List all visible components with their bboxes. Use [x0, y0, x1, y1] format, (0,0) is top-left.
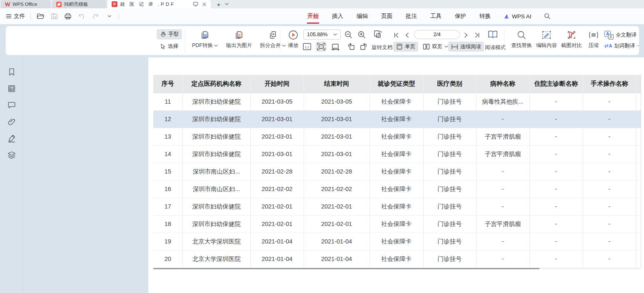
rotate-pages-icon[interactable] [372, 29, 383, 39]
table-cell [636, 233, 641, 250]
table-cell: - [583, 110, 636, 128]
quick-access-chevron-icon[interactable] [105, 12, 113, 20]
screenshot-compare-button[interactable]: 截图对比 [557, 29, 586, 49]
thumbnails-panel-icon[interactable] [7, 84, 16, 93]
single-page-icon [396, 43, 403, 50]
redo-icon[interactable] [91, 12, 100, 20]
select-tool-button[interactable]: 选择 [157, 41, 182, 52]
tab-docer-templates[interactable]: 找稻壳模板 [52, 0, 106, 8]
last-page-button[interactable] [473, 31, 481, 39]
table-cell: 社会保障卡 [369, 163, 423, 180]
table-cell: 2021-03-01 [304, 110, 369, 128]
wps-ai-button[interactable]: WPS AI [504, 13, 532, 20]
pdf-convert-label: PDF转换 [192, 42, 213, 49]
zoom-in-button[interactable] [356, 30, 367, 40]
rotate-document-label[interactable]: 旋转文档 [372, 44, 392, 51]
pdf-page[interactable]: 序号定点医药机构名称开始时间结束时间就诊凭证类型医疗类别病种名称住院主诊断名称手… [148, 57, 644, 293]
table-cell: 社会保障卡 [369, 250, 423, 268]
table-cell: 14 [153, 145, 182, 163]
table-cell: 社会保障卡 [369, 215, 423, 233]
menu-tab-protect[interactable]: 保护 [454, 12, 467, 21]
table-cell: - [476, 163, 529, 180]
page-indicator-input[interactable]: 2/4 [414, 30, 460, 39]
table-cell: - [583, 233, 636, 250]
table-cell: 17 [153, 198, 182, 215]
read-mode-label[interactable]: 阅读模式 [485, 44, 506, 51]
word-translate-button[interactable]: ⇄A 划词翻译 [604, 40, 639, 51]
undo-icon[interactable] [77, 12, 86, 20]
table-cell: - [529, 93, 583, 110]
svg-text:W: W [205, 35, 207, 37]
table-cell: 2021-02-28 [304, 163, 369, 180]
table-cell: 2021-03-01 [250, 145, 304, 163]
new-tab-button[interactable]: + [215, 1, 222, 7]
continuous-read-button[interactable]: 连续阅读 [448, 42, 484, 52]
edit-content-label: 编辑内容 [536, 42, 557, 49]
table-row: 14深圳市妇幼保健院2021-03-012021-03-01社会保障卡门诊挂号子… [153, 145, 641, 163]
file-menu-button[interactable]: 文件 [6, 12, 25, 20]
table-cell: - [476, 180, 529, 198]
comments-panel-icon[interactable] [7, 101, 16, 110]
screen-cast-icon[interactable] [193, 2, 198, 7]
zoom-level-select[interactable]: 105.88% [303, 30, 341, 40]
play-button[interactable]: 播放 [282, 29, 304, 49]
table-cell: - [476, 233, 529, 250]
export-as-image-button[interactable]: 输出为图片 [222, 29, 257, 49]
save-icon[interactable] [50, 12, 58, 20]
menubar-search-icon[interactable] [544, 13, 551, 20]
select-tool-label: 选择 [168, 43, 178, 50]
pdf-file-icon: P [112, 1, 117, 7]
table-cell: - [583, 128, 636, 145]
fit-page-button[interactable] [316, 42, 327, 52]
double-page-mode-button[interactable]: 双页 [420, 42, 451, 52]
compress-button[interactable]: 压缩 [584, 29, 603, 49]
rotate-right-button[interactable] [358, 42, 369, 52]
table-cell: - [583, 163, 636, 180]
table-cell: 2021-03-01 [304, 128, 369, 145]
menu-tab-convert[interactable]: 转换 [479, 12, 491, 21]
table-row-selected: 12深圳市妇幼保健院2021-03-012021-03-01社会保障卡门诊挂号-… [153, 110, 641, 128]
table-cell: 社会保障卡 [369, 110, 423, 128]
actual-size-button[interactable]: 1:1 [302, 42, 312, 52]
menu-tab-edit[interactable]: 编辑 [356, 12, 368, 21]
table-cell [636, 128, 641, 145]
attachments-panel-icon[interactable] [7, 117, 16, 127]
layers-panel-icon[interactable] [7, 151, 16, 160]
signature-panel-icon[interactable] [7, 134, 16, 143]
table-cell: 2021-03-05 [304, 93, 369, 110]
first-page-button[interactable] [392, 31, 400, 39]
table-cell: - [529, 250, 583, 268]
print-icon[interactable] [64, 12, 72, 20]
read-mode-icon[interactable] [486, 29, 500, 40]
previous-page-button[interactable] [403, 31, 411, 39]
table-cell: 社会保障卡 [369, 93, 423, 110]
menu-tab-home[interactable]: 开始 [307, 12, 319, 21]
table-cell: - [476, 110, 529, 128]
full-translate-button[interactable]: A 文 全文翻译 [604, 30, 639, 40]
full-translate-icon: A 文 [604, 31, 614, 40]
single-page-mode-button[interactable]: 单页 [393, 42, 418, 52]
full-translate-label: 全文翻译 [616, 32, 637, 39]
tab-wps-office[interactable]: W WPS Office [1, 0, 51, 8]
single-page-label: 单页 [405, 43, 415, 50]
svg-text:1:1: 1:1 [305, 45, 309, 49]
next-page-button[interactable] [462, 31, 470, 39]
tab-document[interactable]: P 就 医 记 录 .PDF [107, 0, 211, 8]
menu-tab-tools[interactable]: 工具 [430, 12, 442, 21]
zoom-out-button[interactable] [343, 30, 354, 40]
close-tab-icon[interactable] [202, 2, 207, 7]
pdf-convert-button[interactable]: W PDF转换 [188, 29, 222, 49]
table-cell: - [583, 93, 636, 110]
menu-tab-annotate[interactable]: 批注 [405, 12, 417, 21]
open-folder-icon[interactable] [36, 12, 45, 20]
menu-tab-page[interactable]: 页面 [381, 12, 393, 21]
menu-tab-insert[interactable]: 插入 [332, 12, 344, 21]
table-cell: 18 [153, 215, 182, 233]
tab-list-chevron-icon[interactable] [225, 3, 229, 5]
double-page-label: 双页 [432, 43, 442, 50]
column-header: 就诊凭证类型 [369, 75, 423, 93]
bookmarks-panel-icon[interactable] [7, 67, 16, 77]
fit-width-button[interactable] [330, 42, 341, 52]
hand-tool-button[interactable]: 手型 [157, 29, 182, 40]
rotate-left-button[interactable] [346, 42, 357, 52]
